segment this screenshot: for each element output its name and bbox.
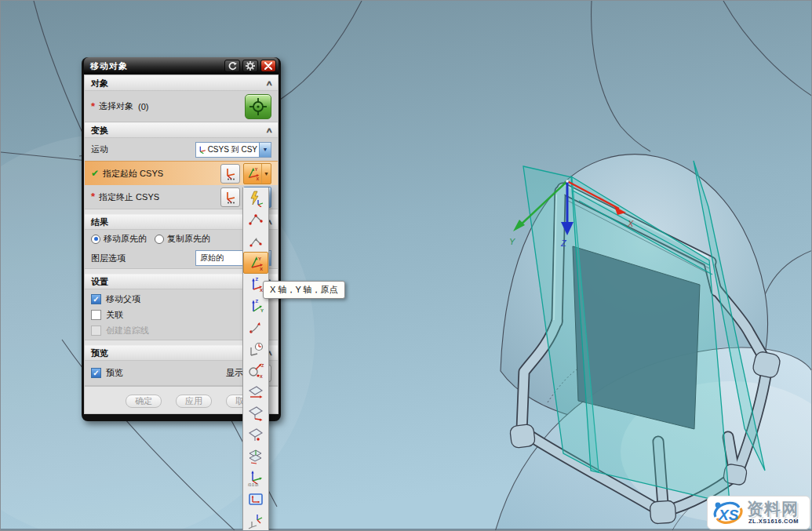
checkbox-move-parent-label: 移动父项	[106, 293, 140, 305]
checkbox-preview[interactable]: ✓	[91, 368, 101, 378]
csys-object[interactable]: ZX	[243, 360, 268, 381]
watermark-logo-text: XS	[718, 507, 739, 523]
svg-text:Z: Z	[256, 277, 259, 282]
required-marker: *	[91, 193, 95, 201]
csys-plane-vector[interactable]	[243, 402, 268, 424]
axis-y-label: Y	[509, 237, 515, 246]
radio-move-original[interactable]: 移动原先的	[91, 233, 147, 245]
axis-x-label: X	[627, 219, 634, 228]
layer-option-value: 原始的	[200, 253, 224, 264]
radio-move-original-label: 移动原先的	[104, 233, 147, 245]
svg-text:X: X	[260, 267, 263, 271]
checkbox-preview-label: 预览	[106, 367, 123, 379]
watermark-site-url: ZL.XS1616.COM	[748, 518, 799, 525]
watermark-badge: XS 资料网 ZL.XS1616.COM	[707, 496, 810, 529]
csys-offset-from-csys[interactable]	[243, 511, 268, 531]
apply-button[interactable]: 应用	[176, 395, 212, 408]
dialog-titlebar[interactable]: 移动对象	[84, 57, 279, 75]
required-marker: *	[91, 103, 95, 111]
ok-button[interactable]: 确定	[126, 395, 162, 408]
section-transform-label: 变换	[91, 125, 108, 136]
csys-two-vectors[interactable]	[243, 231, 268, 252]
select-object-button[interactable]	[245, 94, 271, 119]
dialog-title: 移动对象	[90, 60, 222, 72]
svg-text:Y: Y	[255, 167, 258, 172]
checkbox-unchecked-icon	[91, 310, 101, 320]
watermark-site-name: 资料网	[747, 500, 799, 518]
start-csys-dialog-button[interactable]	[220, 164, 240, 184]
select-object-count: (0)	[138, 102, 148, 111]
end-csys-dialog-button[interactable]	[220, 187, 240, 207]
csys-origin-xpoint-ypoint[interactable]	[243, 209, 268, 230]
motion-combobox[interactable]: CSYS 到 CSY ▼	[195, 142, 271, 158]
csys-x-axis-y-axis-origin-icon: Y X	[244, 164, 261, 184]
application-window: X Y Z 移动对象	[0, 0, 812, 531]
chevron-up-icon[interactable]: ∧	[266, 126, 274, 134]
svg-text:Z: Z	[256, 299, 259, 304]
section-preview-label: 预览	[91, 347, 108, 359]
csys-dialog-icon	[224, 167, 237, 180]
close-icon	[264, 62, 272, 70]
csys-origin-point	[566, 180, 569, 183]
section-header-object[interactable]: 对象 ∧	[85, 75, 278, 91]
csys-dialog-icon	[224, 191, 237, 204]
motion-value: CSYS 到 CSY	[208, 144, 257, 155]
section-result-label: 结果	[91, 216, 108, 228]
checkbox-checked-icon: ✓	[91, 294, 101, 304]
csys-plane-point[interactable]	[243, 424, 268, 446]
axis-z-label: Z	[560, 238, 567, 248]
svg-text:(0,0,0): (0,0,0)	[248, 483, 259, 487]
select-object-label: 选择对象	[99, 100, 133, 112]
svg-text:Y: Y	[258, 256, 261, 261]
csys-flyout-list: YXZXZYZX(0,0,0)	[242, 187, 269, 531]
motion-dropdown-arrow[interactable]: ▼	[259, 143, 271, 157]
crosshair-icon	[249, 97, 268, 116]
radio-selected-icon	[91, 235, 100, 244]
gear-icon	[246, 61, 255, 71]
csys-offset[interactable]	[243, 338, 268, 359]
layer-option-label: 图层选项	[91, 253, 126, 264]
radio-copy-original[interactable]: 复制原先的	[155, 233, 210, 245]
radio-copy-original-label: 复制原先的	[167, 233, 210, 245]
svg-text:Y: Y	[260, 308, 264, 313]
csys-origin-vector[interactable]	[243, 317, 268, 338]
reset-icon	[228, 62, 237, 71]
svg-text:X: X	[257, 176, 260, 181]
checkbox-associative-label: 关联	[106, 309, 123, 321]
watermark-logo: XS	[711, 498, 745, 528]
section-settings-label: 设置	[91, 276, 108, 288]
satisfied-marker: ✔	[91, 168, 99, 179]
checkbox-disabled-icon	[91, 326, 101, 336]
dialog-settings-button[interactable]	[242, 60, 258, 72]
csys-plane-x-axis[interactable]	[243, 381, 268, 402]
tooltip: X 轴，Y 轴，原点	[263, 281, 345, 299]
svg-text:Z: Z	[261, 363, 264, 368]
svg-text:X: X	[260, 374, 263, 379]
csys-current-view[interactable]	[243, 489, 268, 510]
chevron-up-icon[interactable]: ∧	[266, 79, 274, 87]
dialog-close-button[interactable]	[260, 60, 276, 72]
radio-unselected-icon	[155, 235, 164, 244]
section-object-label: 对象	[91, 78, 108, 89]
checkbox-create-trace-label: 创建追踪线	[106, 325, 149, 336]
specify-end-csys-label: 指定终止 CSYS	[99, 191, 159, 203]
specify-start-csys-label: 指定起始 CSYS	[103, 168, 163, 180]
start-csys-split-button[interactable]: Y X ▼	[243, 163, 271, 184]
dialog-reset-button[interactable]	[224, 60, 240, 72]
csys-three-planes[interactable]	[243, 446, 268, 467]
specify-start-csys-row: ✔ 指定起始 CSYS	[85, 161, 278, 185]
csys-mini-icon	[198, 144, 206, 155]
csys-x-axis-y-axis-origin[interactable]: YX	[243, 252, 268, 273]
section-header-transform[interactable]: 变换 ∧	[85, 122, 278, 138]
csys-absolute[interactable]: (0,0,0)	[243, 467, 268, 489]
motion-row: 运动 CSYS 到 CSY ▼	[85, 138, 278, 161]
csys-inferred[interactable]	[243, 187, 268, 209]
select-object-row: * 选择对象 (0)	[85, 91, 278, 122]
motion-label: 运动	[91, 144, 108, 155]
start-csys-dropdown-arrow[interactable]: ▼	[261, 164, 271, 184]
